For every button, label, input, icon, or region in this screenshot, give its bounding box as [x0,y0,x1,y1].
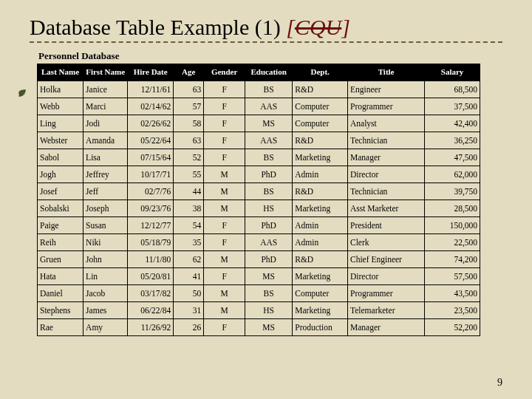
cell-gender: F [204,319,245,336]
cell-hire: 06/22/84 [128,302,174,319]
table-caption: Personnel Database [38,50,480,62]
cell-hire: 02/7/76 [128,183,174,200]
col-hire: Hire Date [128,64,174,81]
table-row: StephensJames06/22/8431MHSMarketingTelem… [38,302,480,319]
cell-hire: 05/20/81 [128,268,174,285]
cell-title: Asst Marketer [347,200,424,217]
table-row: DanielJacob03/17/8250MBSComputerProgramm… [38,285,480,302]
cell-title: Programmer [347,98,424,115]
table-row: SabolLisa07/15/6452FBSMarketingManager47… [38,149,480,166]
cell-dept: R&D [293,251,348,268]
cell-age: 55 [174,166,204,183]
cell-salary: 62,000 [425,166,480,183]
cell-title: Technician [347,183,424,200]
table-row: LingJodi02/26/6258FMSComputerAnalyst42,4… [38,115,480,132]
cell-last: Gruen [38,251,83,268]
cell-salary: 47,500 [425,149,480,166]
cell-last: Sobalski [38,200,83,217]
cell-edu: BS [245,81,293,98]
cell-gender: F [204,217,245,234]
cell-dept: Production [293,319,348,336]
cell-salary: 57,500 [425,268,480,285]
cell-first: Susan [83,217,128,234]
cell-age: 62 [174,251,204,268]
cell-first: Jacob [83,285,128,302]
cell-last: Reih [38,234,83,251]
cell-gender: F [204,81,245,98]
cell-first: Amy [83,319,128,336]
cell-title: Telemarketer [347,302,424,319]
cell-last: Stephens [38,302,83,319]
cell-title: Programmer [347,285,424,302]
cell-first: Marci [83,98,128,115]
cell-last: Paige [38,217,83,234]
cell-hire: 11/26/92 [128,319,174,336]
cell-gender: F [204,115,245,132]
cell-hire: 09/23/76 [128,200,174,217]
cell-title: Director [347,268,424,285]
personnel-table: Last Name First Name Hire Date Age Gende… [37,64,480,336]
cell-title: Engineer [347,81,424,98]
cell-first: James [83,302,128,319]
cell-first: Janice [83,81,128,98]
cell-salary: 42,400 [425,115,480,132]
cell-salary: 23,500 [425,302,480,319]
table-header-row: Last Name First Name Hire Date Age Gende… [38,64,480,81]
cell-gender: F [204,234,245,251]
cell-salary: 43,500 [425,285,480,302]
cell-last: Webb [38,98,83,115]
title-divider [30,41,502,43]
slide-title: Database Table Example (1) [CQU] [30,15,502,40]
cell-title: President [347,217,424,234]
cell-dept: Admin [293,166,348,183]
table-row: PaigeSusan12/12/7754FPhDAdminPresident15… [38,217,480,234]
col-gender: Gender [204,64,245,81]
cell-first: Niki [83,234,128,251]
cell-last: Ling [38,115,83,132]
cell-first: Joseph [83,200,128,217]
cell-gender: M [204,251,245,268]
cell-salary: 36,250 [425,132,480,149]
table-row: HolkaJanice12/11/6163FBSR&DEngineer68,50… [38,81,480,98]
col-last: Last Name [38,64,83,81]
cell-dept: Marketing [293,200,348,217]
cell-last: Holka [38,81,83,98]
cell-dept: Marketing [293,149,348,166]
cell-first: Jeffrey [83,166,128,183]
cell-edu: MS [245,268,293,285]
page-number: 9 [497,377,502,389]
cell-dept: R&D [293,183,348,200]
cell-dept: Marketing [293,302,348,319]
cell-edu: PhD [245,251,293,268]
cell-gender: M [204,183,245,200]
cell-edu: PhD [245,166,293,183]
cell-edu: BS [245,149,293,166]
cell-edu: AAS [245,234,293,251]
cell-salary: 68,500 [425,81,480,98]
cell-edu: AAS [245,132,293,149]
cell-title: Technician [347,132,424,149]
cell-edu: MS [245,115,293,132]
cell-salary: 39,750 [425,183,480,200]
cell-title: Analyst [347,115,424,132]
cell-age: 41 [174,268,204,285]
cell-last: Hata [38,268,83,285]
cell-age: 26 [174,319,204,336]
cell-last: Rae [38,319,83,336]
cell-hire: 07/15/64 [128,149,174,166]
cell-gender: M [204,302,245,319]
cell-dept: Admin [293,234,348,251]
cell-gender: F [204,98,245,115]
table-row: JosefJeff02/7/7644MBSR&DTechnician39,750 [38,183,480,200]
cell-last: Jogh [38,166,83,183]
col-edu: Education [245,64,293,81]
cell-gender: M [204,285,245,302]
cell-gender: F [204,268,245,285]
col-age: Age [174,64,204,81]
cell-first: John [83,251,128,268]
table-row: WebbMarci02/14/6257FAASComputerProgramme… [38,98,480,115]
col-title: Title [347,64,424,81]
cell-age: 38 [174,200,204,217]
cell-age: 35 [174,234,204,251]
cell-first: Lisa [83,149,128,166]
